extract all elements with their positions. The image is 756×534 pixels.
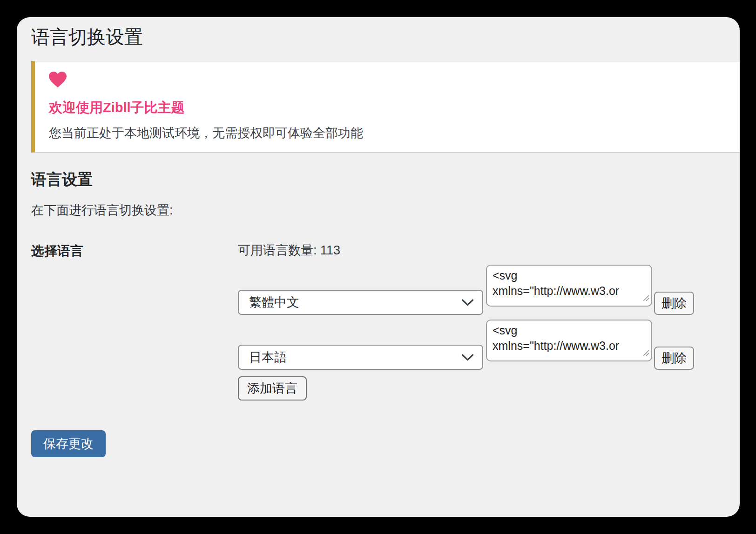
language-select[interactable]: 日本語: [238, 345, 483, 370]
select-language-label: 选择语言: [31, 242, 238, 259]
available-language-count: 可用语言数量: 113: [238, 242, 740, 258]
language-form-row: 选择语言 可用语言数量: 113 繁體中文 <svg xmlns="http:/…: [31, 242, 740, 400]
language-select-value: 日本語: [249, 349, 287, 366]
icon-code-field-wrap: <svg xmlns="http://www.w3.or: [486, 265, 652, 307]
language-select-value: 繁體中文: [249, 294, 299, 311]
section-intro: 在下面进行语言切换设置:: [31, 203, 740, 217]
icon-code-textarea[interactable]: <svg xmlns="http://www.w3.or: [486, 265, 652, 307]
delete-language-button[interactable]: 删除: [654, 292, 694, 315]
submit-row: 保存更改: [31, 430, 740, 457]
chevron-down-icon: [461, 350, 474, 365]
add-language-button[interactable]: 添加语言: [238, 376, 307, 400]
welcome-notice: 欢迎使用Zibll子比主题 您当前正处于本地测试环境，无需授权即可体验全部功能: [31, 61, 740, 153]
save-button[interactable]: 保存更改: [31, 430, 106, 457]
language-row: 日本語 <svg xmlns="http://www.w3.or: [238, 320, 740, 370]
section-heading: 语言设置: [31, 170, 740, 189]
language-field: 可用语言数量: 113 繁體中文 <svg xmlns="http://www.…: [238, 242, 740, 400]
notice-description: 您当前正处于本地测试环境，无需授权即可体验全部功能: [49, 126, 726, 140]
language-select[interactable]: 繁體中文: [238, 290, 483, 315]
resize-handle-icon[interactable]: [642, 349, 650, 359]
notice-heading: 欢迎使用Zibll子比主题: [49, 100, 726, 115]
chevron-down-icon: [461, 295, 474, 310]
heart-icon: [49, 72, 726, 90]
delete-language-button[interactable]: 删除: [654, 347, 694, 370]
resize-handle-icon[interactable]: [642, 294, 650, 304]
icon-code-field-wrap: <svg xmlns="http://www.w3.or: [486, 320, 652, 361]
icon-code-textarea[interactable]: <svg xmlns="http://www.w3.or: [486, 320, 652, 361]
settings-card: 语言切换设置 欢迎使用Zibll子比主题 您当前正处于本地测试环境，无需授权即可…: [17, 17, 740, 517]
language-row: 繁體中文 <svg xmlns="http://www.w3.or: [238, 265, 740, 315]
page-title: 语言切换设置: [31, 17, 740, 49]
